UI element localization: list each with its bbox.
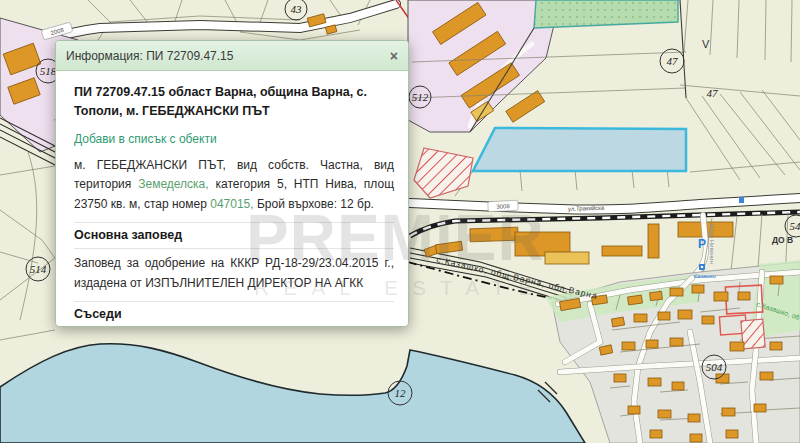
svg-text:43: 43 — [291, 3, 303, 15]
do-parcel-label: ДО В — [772, 235, 793, 245]
street-vertical-label: Иван Нивянин — [709, 224, 715, 264]
order-text: Заповед за одобрение на КККР РД-18-29/23… — [74, 254, 394, 293]
svg-text:504: 504 — [706, 361, 723, 373]
parking-icon: P — [698, 237, 706, 251]
svg-text:54: 54 — [790, 220, 800, 232]
transit-icon — [739, 197, 744, 203]
parcel-47-label: 47 — [707, 87, 719, 99]
svg-text:514: 514 — [30, 263, 47, 275]
section-order-title: Основна заповед — [74, 222, 394, 249]
popup-body: ПИ 72709.47.15 област Варна, община Варн… — [56, 71, 408, 327]
parcel-details: м. ГЕБЕДЖАНСКИ ПЪТ, вид собств. Частна, … — [74, 156, 394, 214]
close-icon[interactable]: × — [390, 49, 398, 63]
popup-title: Информация: ПИ 72709.47.15 — [66, 49, 390, 63]
svg-text:512: 512 — [412, 91, 429, 103]
bus-stop-label: Казашко — [694, 273, 716, 279]
svg-text:3008: 3008 — [496, 203, 510, 210]
highlighted-parcel[interactable] — [473, 128, 686, 171]
svg-text:12: 12 — [395, 387, 407, 399]
zone-v-label: V — [702, 38, 710, 50]
road-3008-pill: 3008 — [488, 200, 518, 212]
bus-stop-icon — [699, 264, 705, 270]
parcel-heading: ПИ 72709.47.15 област Варна, община Варн… — [74, 83, 394, 122]
add-to-list-link[interactable]: Добави в списък с обекти — [74, 132, 217, 146]
section-neighbors-title: Съседи — [74, 301, 394, 327]
popup-header: Информация: ПИ 72709.47.15 × — [56, 41, 408, 71]
svg-text:47: 47 — [667, 55, 679, 67]
info-popup: Информация: ПИ 72709.47.15 × ПИ 72709.47… — [55, 40, 409, 327]
